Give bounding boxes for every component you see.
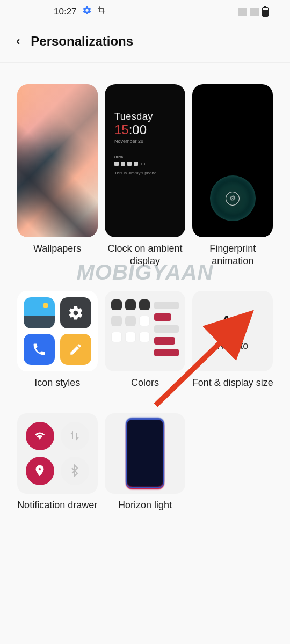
tile-label: Fingerprint animation: [192, 243, 274, 267]
font-sample: Aa: [219, 311, 247, 337]
page-title: Personalizations: [31, 34, 133, 49]
tile-label: Icon styles: [34, 377, 80, 389]
tile-horizon-light[interactable]: Horizon light: [104, 413, 186, 511]
ambient-time: 15:00: [114, 122, 176, 137]
ambient-preview: Tuesday 15:00 November 28 80% +3 This is…: [105, 84, 185, 237]
drawer-preview: [17, 413, 98, 494]
iconstyles-preview: [17, 291, 98, 371]
crop-icon: [97, 6, 106, 17]
preview-row-2: Icon styles Colors Aa Roboto Font & disp…: [0, 267, 290, 389]
preview-row-3: Notification drawer Horizon light: [0, 389, 290, 511]
tile-icon-styles[interactable]: Icon styles: [16, 291, 98, 389]
ambient-phone-text: This is Jimmy's phone: [114, 171, 176, 175]
toggle-data-icon: [61, 422, 89, 450]
fingerprint-preview: [192, 84, 273, 237]
tile-label: Notification drawer: [17, 499, 97, 511]
no-signal-icon-1: [238, 8, 247, 16]
toggle-bluetooth-icon: [61, 457, 89, 485]
font-name: Roboto: [217, 340, 248, 352]
status-bar: 10:27: [0, 0, 290, 23]
gear-icon: [82, 5, 92, 18]
tile-notification-drawer[interactable]: Notification drawer: [16, 413, 98, 511]
page-header: ‹ Personalizations: [0, 23, 290, 63]
back-icon[interactable]: ‹: [16, 34, 20, 48]
status-time: 10:27: [54, 6, 77, 17]
horizon-preview: [105, 413, 185, 494]
colors-preview: [105, 291, 185, 371]
fingerprint-glow: [210, 175, 256, 221]
ambient-battery: 80%: [114, 155, 176, 159]
ambient-notif-icons: +3: [114, 162, 176, 166]
ambient-date: November 28: [114, 138, 176, 144]
font-preview: Aa Roboto: [192, 291, 273, 371]
tile-label: Clock on ambient display: [104, 243, 186, 267]
tile-label: Wallpapers: [33, 243, 81, 255]
no-signal-icon-2: [250, 8, 259, 16]
toggle-location-icon: [26, 457, 54, 485]
fingerprint-icon: [226, 192, 240, 206]
app-icon-settings: [60, 297, 91, 328]
tile-label: Horizon light: [118, 499, 172, 511]
tile-label: Colors: [131, 377, 159, 389]
app-icon-edit: [60, 334, 91, 365]
battery-icon: [262, 7, 269, 17]
tile-wallpapers[interactable]: Wallpapers: [16, 84, 98, 267]
app-icon-phone: [24, 334, 55, 365]
horizon-phone-graphic: [126, 419, 164, 488]
ambient-min: :00: [129, 122, 147, 137]
ambient-hour: 15: [114, 122, 129, 137]
tile-font-displayon“true'[interactable]: Aa Roboto Font & display size: [192, 291, 274, 389]
wallpaper-preview: [17, 84, 98, 237]
tile-ambient-clock[interactable]: Tuesday 15:00 November 28 80% +3 This is…: [104, 84, 186, 267]
tile-colors[interactable]: Colors: [104, 291, 186, 389]
preview-row-1: Wallpapers Tuesday 15:00 November 28 80%…: [0, 71, 290, 267]
tile-label: Font & display size: [192, 377, 273, 389]
app-icon-photos: [24, 297, 55, 328]
ambient-day: Tuesday: [114, 111, 176, 122]
ambient-notif-extra: +3: [140, 162, 145, 166]
toggle-wifi-icon: [26, 422, 54, 450]
tile-fingerprint-animation[interactable]: Fingerprint animation: [192, 84, 274, 267]
